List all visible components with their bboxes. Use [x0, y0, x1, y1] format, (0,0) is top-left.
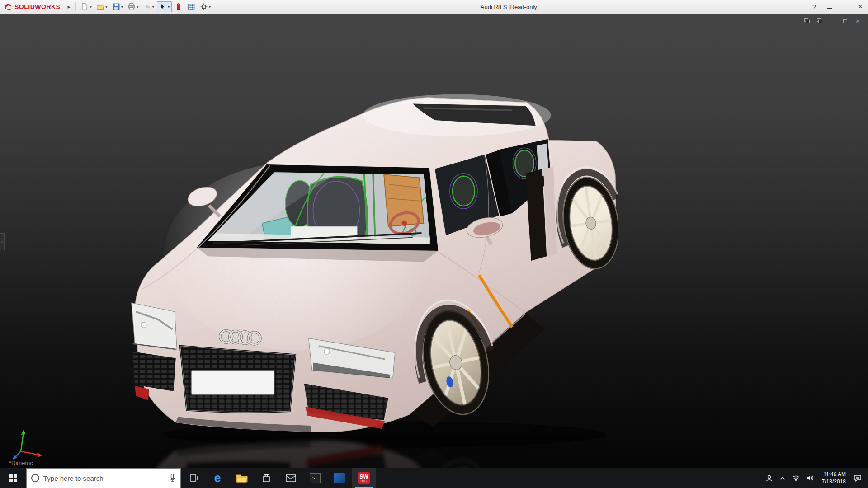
system-tray: 11:46 AM 7/13/2018 — [762, 468, 868, 488]
open-folder-icon — [96, 3, 104, 11]
taskbar-clock[interactable]: 11:46 AM 7/13/2018 — [817, 468, 850, 488]
task-view-icon — [188, 473, 198, 483]
network-button[interactable] — [789, 468, 803, 488]
search-input[interactable] — [43, 474, 165, 482]
action-center-button[interactable] — [850, 468, 865, 488]
appearance-icon — [175, 3, 183, 11]
blue-app-icon — [334, 473, 345, 483]
front-grille — [180, 346, 296, 412]
solidworks-app-icon: SW 2017 — [358, 472, 370, 484]
doc-cascade-button[interactable] — [803, 18, 811, 25]
toolbar: ▾ ▾ ▾ ▾ — [79, 1, 212, 12]
doc-close-button[interactable]: × — [854, 18, 862, 25]
file-explorer-icon — [236, 473, 248, 483]
floor-reflection — [132, 426, 618, 468]
graphics-viewport[interactable]: × ‹ *Dimetric — [0, 14, 868, 468]
view-orientation-label: *Dimetric — [9, 460, 33, 466]
doc-restore-button[interactable] — [841, 18, 849, 25]
doc-cascade-button-2[interactable] — [816, 18, 824, 25]
file-explorer-button[interactable] — [230, 468, 254, 488]
doc-minimize-button[interactable] — [828, 18, 836, 25]
edge-icon: e — [214, 472, 221, 484]
appearance-button[interactable] — [173, 1, 184, 12]
options-button[interactable]: ▾ — [198, 1, 213, 12]
toolbar-flyout-button[interactable]: ▸ — [65, 4, 73, 10]
save-button[interactable]: ▾ — [110, 1, 125, 12]
open-button[interactable]: ▾ — [94, 1, 109, 12]
evaluate-button[interactable] — [185, 1, 197, 12]
screen: SOLIDWORKS ▸ ▾ ▾ — [0, 0, 868, 488]
clock-date: 7/13/2018 — [822, 478, 846, 485]
minimize-button[interactable] — [822, 0, 837, 14]
windows-logo-icon — [9, 474, 17, 482]
edge-button[interactable]: e — [205, 468, 230, 488]
taskbar-apps: e >_ — [181, 468, 376, 488]
sw-badge-year: 2017 — [360, 479, 368, 483]
blue-app-button[interactable] — [327, 468, 352, 488]
left-air-intake — [132, 352, 176, 391]
window-controls: ? × — [807, 0, 868, 14]
people-button[interactable] — [762, 468, 776, 488]
store-button[interactable] — [254, 468, 278, 488]
mail-icon — [285, 474, 297, 483]
cortana-icon — [31, 474, 39, 482]
dropdown-arrow[interactable]: ▾ — [121, 5, 123, 9]
cascade-icon — [816, 18, 824, 25]
undo-icon — [143, 3, 151, 11]
gear-icon — [200, 3, 208, 11]
sw-badge-text: SW — [359, 474, 368, 479]
mail-button[interactable] — [278, 468, 303, 488]
save-floppy-icon — [112, 3, 120, 11]
car-group — [132, 94, 618, 448]
console-icon: >_ — [310, 473, 321, 483]
window-title: Audi R8 S [Read-only] — [212, 4, 807, 10]
dropdown-arrow[interactable]: ▾ — [105, 5, 108, 9]
taskbar-search[interactable] — [26, 468, 181, 488]
new-document-icon — [80, 3, 89, 11]
select-cursor-icon — [159, 3, 167, 11]
console-button[interactable]: >_ — [303, 468, 327, 488]
table-grid-icon — [187, 3, 195, 11]
cascade-icon — [803, 18, 811, 25]
minimize-icon — [830, 23, 835, 23]
select-tool-button[interactable]: ▾ — [157, 1, 172, 12]
taskbar: e >_ — [0, 468, 868, 488]
undo-button[interactable]: ▾ — [142, 1, 156, 12]
speaker-icon — [806, 474, 814, 482]
taskbar-spacer — [376, 468, 762, 488]
audi-r8-3d-model — [125, 90, 618, 468]
help-button[interactable]: ? — [807, 0, 822, 14]
brand-text: SOLIDWORKS — [14, 3, 60, 10]
minimize-icon — [827, 8, 832, 9]
dropdown-arrow[interactable]: ▾ — [137, 5, 139, 9]
solidworks-taskbar-button[interactable]: SW 2017 — [352, 468, 376, 488]
toolbar-separator — [75, 2, 76, 11]
tray-expand-button[interactable] — [776, 468, 789, 488]
titlebar: SOLIDWORKS ▸ ▾ ▾ — [0, 0, 868, 14]
orientation-triad — [10, 426, 46, 462]
microphone-icon[interactable] — [169, 474, 176, 483]
volume-button[interactable] — [803, 468, 817, 488]
show-desktop-button[interactable] — [865, 468, 868, 488]
maximize-icon — [843, 5, 847, 9]
clock-time: 11:46 AM — [823, 471, 846, 478]
license-plate — [191, 371, 274, 395]
print-icon — [127, 3, 136, 11]
restore-icon — [843, 19, 847, 23]
chevron-up-icon — [779, 476, 786, 480]
dropdown-arrow[interactable]: ▾ — [209, 5, 211, 9]
task-view-button[interactable] — [181, 468, 205, 488]
network-wifi-icon — [792, 475, 800, 482]
maximize-button[interactable] — [837, 0, 853, 14]
print-button[interactable]: ▾ — [126, 1, 141, 12]
close-button[interactable]: × — [853, 0, 868, 14]
dropdown-arrow[interactable]: ▾ — [152, 5, 155, 9]
ds-logo-icon — [4, 3, 13, 11]
feature-panel-tab[interactable]: ‹ — [0, 233, 5, 250]
people-icon — [765, 474, 773, 482]
dropdown-arrow[interactable]: ▾ — [90, 5, 92, 9]
start-button[interactable] — [0, 468, 26, 488]
new-document-button[interactable]: ▾ — [79, 1, 94, 12]
dropdown-arrow[interactable]: ▾ — [168, 5, 170, 9]
document-window-controls: × — [803, 18, 862, 25]
